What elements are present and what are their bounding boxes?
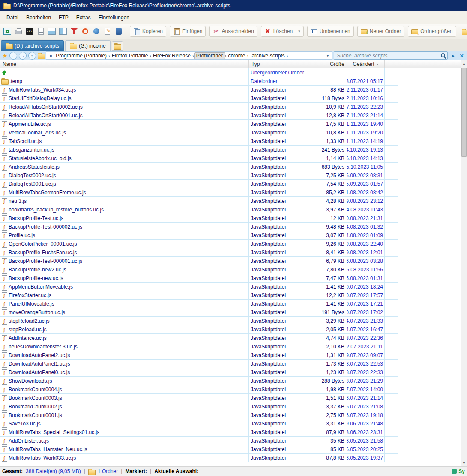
file-row[interactable]: StarUIEditDialogDelay.uc.jsJavaSkriptdat…: [0, 94, 398, 103]
file-row[interactable]: BackupProfile-Test-000002.uc.jsJavaSkrip…: [0, 223, 398, 231]
vertical-scrollbar[interactable]: ▲ ▼: [461, 60, 467, 466]
split-horizontal-button[interactable]: [46, 25, 57, 37]
breadcrumb-item[interactable]: Programme (Portable): [54, 53, 108, 59]
back-button[interactable]: ←: [9, 52, 17, 60]
scroll-up-button[interactable]: ▲: [461, 60, 467, 67]
file-row[interactable]: stopReload.uc.jsJavaSkriptdatei2,05 KB24…: [0, 325, 398, 334]
file-row[interactable]: VerticalToolbar_Aris.uc.jsJavaSkriptdate…: [0, 128, 398, 137]
file-row[interactable]: BackupProfile-new.uc.jsJavaSkriptdatei7,…: [0, 274, 398, 283]
menu-item-bearbeiten[interactable]: Bearbeiten: [22, 13, 55, 22]
file-row[interactable]: neu 3.jsJavaSkriptdatei4,28 KB29.08.2023…: [0, 197, 398, 205]
globe-button[interactable]: [91, 25, 102, 37]
scroll-down-button[interactable]: ▼: [461, 460, 467, 466]
breadcrumb-overflow-chevron[interactable]: «: [48, 53, 54, 59]
file-row[interactable]: MultiRowTabs_Hamster_Neu.uc.jsJavaSkript…: [0, 445, 398, 454]
file-row[interactable]: DownloadAutoPanel2.uc.jsJavaSkriptdatei1…: [0, 351, 398, 360]
file-row[interactable]: BookmarkCount0003.jsJavaSkriptdatei1,51 …: [0, 394, 398, 402]
delete-button-dropdown-arrow[interactable]: ▾: [296, 29, 300, 33]
file-row[interactable]: BackupProfile-Test-000001.uc.jsJavaSkrip…: [0, 257, 398, 265]
file-row[interactable]: BackupProfile-Test.uc.jsJavaSkriptdatei1…: [0, 214, 398, 223]
file-row[interactable]: StatusleisteAborix.uc_old.jsJavaSkriptda…: [0, 154, 398, 163]
file-row[interactable]: ReloadAllTabsOnStart0001.uc.jsJavaSkript…: [0, 111, 398, 120]
file-row[interactable]: AddIntance.uc.jsJavaSkriptdatei4,74 KB23…: [0, 334, 398, 342]
file-row[interactable]: BackupProfile-new2.uc.jsJavaSkriptdatei7…: [0, 265, 398, 274]
up-button[interactable]: ↑: [28, 52, 36, 60]
menu-item-datei[interactable]: Datei: [3, 13, 22, 22]
close-search-icon[interactable]: ×: [458, 52, 465, 59]
breadcrumb-dropdown-arrow[interactable]: ▾: [326, 54, 330, 58]
file-row[interactable]: PanelUIMoveable.jsJavaSkriptdatei1,41 KB…: [0, 300, 398, 308]
start-search-icon[interactable]: ►: [449, 53, 457, 58]
file-row[interactable]: OpenColorPicker_00001.uc.jsJavaSkriptdat…: [0, 240, 398, 248]
empty-cell: [385, 154, 397, 162]
file-row[interactable]: AddOnLister.uc.jsJavaSkriptdatei35 KB18.…: [0, 437, 398, 445]
file-row[interactable]: neuesDownloadfenster 3.uc.jsJavaSkriptda…: [0, 342, 398, 351]
print-button[interactable]: [13, 25, 24, 37]
filter-button[interactable]: [69, 25, 80, 37]
file-row[interactable]: AndreasStatusleiste.jsJavaSkriptdatei683…: [0, 163, 398, 171]
file-row[interactable]: bookmarks_backup_restore_buttons.uc.jsJa…: [0, 205, 398, 214]
rename-button[interactable]: Umbenennen: [307, 26, 354, 37]
overflow-toolbar-button[interactable]: [460, 25, 467, 37]
cut-button[interactable]: Ausschneiden: [209, 26, 257, 37]
column-header-name[interactable]: Name: [0, 60, 249, 68]
menu-item-ftp[interactable]: FTP: [55, 13, 72, 22]
split-vertical-button[interactable]: [57, 25, 69, 37]
file-preview-button[interactable]: [35, 25, 46, 37]
file-row[interactable]: MultiRowTabs_Work034.uc.jsJavaSkriptdate…: [0, 86, 398, 94]
file-row[interactable]: BookmarkCount0001.jsJavaSkriptdatei2,75 …: [0, 411, 398, 419]
paste-button[interactable]: Einfügen: [170, 26, 206, 37]
new-folder-button[interactable]: Neuer Ordner: [357, 26, 404, 37]
file-row[interactable]: Profile.uc.jsJavaSkriptdatei3,07 KB14.08…: [0, 231, 398, 240]
file-row[interactable]: .tempDateiordner23.07.2021 05:17: [0, 77, 398, 86]
breadcrumb-item[interactable]: FireFox Release: [151, 53, 192, 59]
file-row[interactable]: AppmenuLite.uc.jsJavaSkriptdatei17,5 KB0…: [0, 120, 398, 128]
search-icon[interactable]: [440, 53, 446, 58]
file-row[interactable]: SaveTo3.uc.jsJavaSkriptdatei3,31 KB19.06…: [0, 419, 398, 428]
forward-button[interactable]: →: [19, 52, 27, 60]
orange-ring-button[interactable]: [80, 25, 91, 37]
folder-sync-button[interactable]: [2, 25, 13, 37]
column-header-type[interactable]: Typ: [249, 60, 313, 68]
file-row[interactable]: BackupProfile-FuchsFan.uc.jsJavaSkriptda…: [0, 248, 398, 257]
file-row[interactable]: MultiRowTabs_Work033.uc.jsJavaSkriptdate…: [0, 454, 398, 462]
current-folder-icon[interactable]: [38, 53, 44, 58]
copy-button[interactable]: Kopieren: [130, 26, 166, 37]
editor-button[interactable]: [102, 25, 113, 37]
file-row[interactable]: DownloadAutoPanel0.uc.jsJavaSkriptdatei1…: [0, 368, 398, 377]
breadcrumb-item[interactable]: Profilordner: [194, 52, 225, 59]
file-row[interactable]: BookmarkCount0002.jsJavaSkriptdatei3,37 …: [0, 402, 398, 411]
delete-button[interactable]: Löschen▾: [261, 26, 304, 37]
file-row[interactable]: ShowDownloads.jsJavaSkriptdatei288 Bytes…: [0, 377, 398, 385]
file-row[interactable]: ReloadAllTabsOnStart0002.uc.jsJavaSkript…: [0, 103, 398, 111]
file-row[interactable]: DownloadAutoPanel1.uc.jsJavaSkriptdatei1…: [0, 360, 398, 368]
file-row[interactable]: moveOrangeButton.uc.jsJavaSkriptdatei191…: [0, 308, 398, 317]
dos-prompt-button[interactable]: [24, 25, 35, 37]
scrollbar-thumb[interactable]: [461, 68, 467, 157]
file-row[interactable]: tabsganzunten.uc.jsJavaSkriptdatei241 By…: [0, 146, 398, 154]
file-row[interactable]: DialogTest0002.uc.jsJavaSkriptdatei7,25 …: [0, 171, 398, 180]
new-tab-button[interactable]: [112, 41, 123, 51]
file-row[interactable]: BookmarkCount0004.jsJavaSkriptdatei1,98 …: [0, 385, 398, 394]
file-row[interactable]: AppMenuButtonMoveable.jsJavaSkriptdatei1…: [0, 283, 398, 291]
file-row[interactable]: ..Übergeordneter Ordner: [0, 68, 398, 77]
menu-item-einstellungen[interactable]: Einstellungen: [95, 13, 133, 22]
column-header-modified[interactable]: Geändert▼: [347, 60, 385, 68]
favorites-star-icon[interactable]: ★: [2, 53, 8, 59]
file-row[interactable]: FirefoxStarter.uc.jsJavaSkriptdatei12,2 …: [0, 291, 398, 300]
file-row[interactable]: MultiRowTabs_Special_Settings01.uc.jsJav…: [0, 428, 398, 437]
breadcrumb-item[interactable]: .archive-scripts: [248, 53, 287, 59]
breadcrumb-item[interactable]: Firefox Portable: [110, 53, 150, 59]
column-header-size[interactable]: Größe: [313, 60, 347, 68]
file-row[interactable]: stopReload2.uc.jsJavaSkriptdatei3,29 KB2…: [0, 317, 398, 325]
tab-1[interactable]: (D:) .archive-scripts: [1, 40, 64, 51]
breadcrumb-item[interactable]: chrome: [226, 53, 247, 59]
folder-sizes-button[interactable]: Ordnergrößen: [408, 26, 456, 37]
search-input[interactable]: [334, 51, 448, 60]
menu-item-extras[interactable]: Extras: [72, 13, 95, 22]
file-row[interactable]: DialogTest0001.uc.jsJavaSkriptdatei7,54 …: [0, 180, 398, 188]
favorites-book-button[interactable]: [113, 25, 124, 37]
tab-2[interactable]: (G:) income: [65, 40, 111, 51]
file-row[interactable]: MultiRowTabsGermanFreme.uc.jsJavaSkriptd…: [0, 188, 398, 197]
file-row[interactable]: TabScroll.uc.jsJavaSkriptdatei1,33 KB01.…: [0, 137, 398, 146]
